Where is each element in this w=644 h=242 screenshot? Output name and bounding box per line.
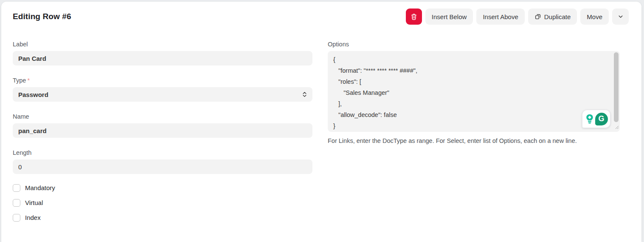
toolbar: Insert Below Insert Above Duplicate Move: [406, 9, 629, 25]
duplicate-button[interactable]: Duplicate: [528, 9, 577, 25]
insert-below-button[interactable]: Insert Below: [425, 9, 473, 25]
name-field-label: Name: [13, 113, 312, 120]
type-select-value: Password: [18, 91, 48, 98]
required-star: *: [27, 77, 30, 84]
insert-above-label: Insert Above: [483, 13, 518, 20]
length-input[interactable]: [13, 159, 312, 174]
index-checkbox-label[interactable]: Index: [25, 214, 41, 221]
form-body: Label Type* Password: [1, 26, 641, 228]
index-checkbox[interactable]: [13, 214, 20, 222]
page-title: Editing Row #6: [13, 12, 71, 21]
edit-row-dialog: Editing Row #6 Insert Below Insert Above: [1, 2, 641, 242]
type-select-wrap: Password: [13, 87, 312, 102]
grammarly-widget[interactable]: G: [582, 110, 610, 128]
type-field-label: Type*: [13, 77, 312, 84]
checkbox-row-index: Index: [13, 214, 312, 222]
checkbox-row-mandatory: Mandatory: [13, 184, 312, 192]
chevron-up-down-icon: [302, 91, 307, 98]
label-field-label: Label: [13, 41, 312, 48]
move-label: Move: [587, 13, 602, 20]
type-field-label-text: Type: [13, 77, 26, 84]
lightbulb-sparkle-icon: [585, 114, 594, 124]
left-column: Label Type* Password: [13, 41, 312, 228]
virtual-checkbox[interactable]: [13, 199, 20, 207]
grammarly-g-icon: G: [595, 113, 608, 125]
checkbox-row-virtual: Virtual: [13, 199, 312, 207]
insert-above-button[interactable]: Insert Above: [476, 9, 524, 25]
options-textarea[interactable]: { "format": "**** **** **** ####", "role…: [328, 51, 620, 132]
mandatory-checkbox-label[interactable]: Mandatory: [25, 184, 55, 191]
resize-handle[interactable]: [615, 123, 619, 131]
field-options: Options { "format": "**** **** **** ####…: [328, 41, 620, 146]
field-length: Length: [13, 149, 312, 174]
options-scrollbar-thumb[interactable]: [614, 52, 619, 122]
field-type: Type* Password: [13, 77, 312, 102]
length-field-label: Length: [13, 149, 312, 156]
mandatory-checkbox[interactable]: [13, 184, 20, 192]
options-field-label: Options: [328, 41, 620, 48]
options-textarea-box: { "format": "**** **** **** ####", "role…: [328, 51, 620, 132]
label-input[interactable]: [13, 51, 312, 65]
field-label: Label: [13, 41, 312, 65]
dialog-header: Editing Row #6 Insert Below Insert Above: [1, 2, 641, 26]
duplicate-label: Duplicate: [544, 13, 571, 20]
field-name: Name: [13, 113, 312, 138]
type-select[interactable]: Password: [13, 87, 312, 102]
move-button[interactable]: Move: [580, 9, 609, 25]
name-input[interactable]: [13, 123, 312, 138]
insert-below-label: Insert Below: [432, 13, 467, 20]
right-column: Options { "format": "**** **** **** ####…: [328, 41, 620, 228]
checkbox-group: Mandatory Virtual Index: [13, 184, 312, 222]
copy-icon: [534, 13, 541, 20]
delete-row-button[interactable]: [406, 9, 422, 25]
trash-icon: [411, 13, 417, 20]
more-options-button[interactable]: [612, 9, 629, 25]
options-help-text: For Links, enter the DocType as range. F…: [328, 136, 609, 146]
chevron-down-icon: [618, 14, 624, 20]
virtual-checkbox-label[interactable]: Virtual: [25, 199, 43, 206]
